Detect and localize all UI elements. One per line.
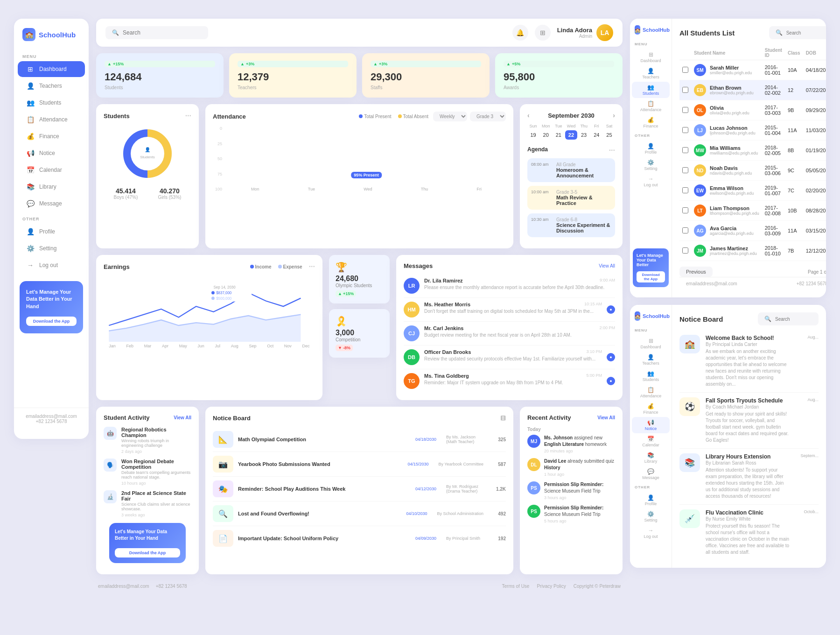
row-avatar-6: EW (694, 184, 706, 197)
cal-day-21[interactable]: 21 (553, 130, 564, 140)
user-name: Linda Adora (557, 27, 592, 34)
table-row: MW Mia Williams mwilliams@edu.prigh.edu … (679, 141, 826, 161)
right-sidebar-item-profile[interactable]: 👤Profile (630, 141, 672, 157)
notice-filter-button[interactable]: ⊟ (500, 414, 506, 422)
sidebar-item-teachers[interactable]: 👤 Teachers (18, 78, 85, 94)
messages-view-all[interactable]: View All (599, 263, 615, 268)
notice-right-item-0: 🏫 Welcome Back to School! By Principal L… (679, 330, 819, 393)
students-list-outer: 🏫 SchoolHub MENU ⊞Dashboard 👤Teachers 👥S… (630, 19, 826, 297)
right-sidebar-item-teachers[interactable]: 👤Teachers (630, 65, 672, 82)
sidebar-item-calendar[interactable]: 📅 Calendar (18, 162, 85, 178)
row-checkbox-1[interactable] (679, 80, 691, 100)
privacy-link[interactable]: Privacy Policy (537, 584, 566, 589)
students-more-button[interactable]: ··· (185, 112, 191, 120)
notice-sidebar-setting[interactable]: ⚙️Setting (630, 508, 672, 525)
sidebar-item-students[interactable]: 👥 Students (18, 95, 85, 111)
search-box[interactable]: 🔍 (105, 26, 208, 39)
row-name-2: OL Olivia olivia@edu.prigh.edu (691, 100, 762, 120)
earnings-chart: Sep 14, 2030 $837,000 $500,000 (104, 276, 315, 342)
row-name-3: LJ Lucas Johnson ljohnson@edu.prigh.edu (691, 120, 762, 141)
cal-day-22[interactable]: 22 (565, 130, 577, 140)
row-checkbox-8[interactable] (679, 221, 691, 241)
sidebar-item-attendance[interactable]: 📋 Attendance (18, 112, 85, 127)
bottom-promo-button[interactable]: Download the App (115, 548, 180, 557)
row-dob-3: 11/03/2008 (803, 120, 826, 141)
grade-select[interactable]: Grade 3 (470, 112, 506, 121)
cal-day-25[interactable]: 25 (603, 130, 615, 140)
cal-day-23[interactable]: 23 (578, 130, 590, 140)
notice-sidebar-calendar[interactable]: 📅Calendar (630, 433, 672, 450)
right-sidebar-item-logout[interactable]: →Log out (630, 173, 672, 190)
row-class-2: 9B (785, 100, 803, 120)
row-avatar-7: LT (694, 205, 706, 217)
notice-search-input[interactable] (775, 317, 812, 322)
sidebar-item-dashboard[interactable]: ⊞ Dashboard (18, 61, 85, 77)
cal-day-19[interactable]: 19 (527, 130, 539, 140)
right-sidebar-item-dashboard[interactable]: ⊞Dashboard (630, 49, 672, 65)
notice-sidebar-teachers[interactable]: 👤Teachers (630, 352, 672, 368)
recent-view-all[interactable]: View All (597, 415, 615, 420)
students-search-input[interactable] (786, 30, 826, 35)
row-checkbox-4[interactable] (679, 141, 691, 161)
notice-sidebar-notice-active[interactable]: 📢Notice (632, 417, 670, 433)
cal-next-button[interactable]: › (613, 112, 615, 119)
notice-sidebar-logout[interactable]: →Log out (630, 525, 672, 541)
notice-sidebar-dashboard[interactable]: ⊞Dashboard (630, 335, 672, 352)
cal-day-24[interactable]: 24 (591, 130, 602, 140)
notice-sidebar-message[interactable]: 💬Message (630, 466, 672, 482)
row-checkbox-0[interactable] (679, 60, 691, 80)
notice-logo-icon: 🏫 (635, 311, 640, 321)
row-checkbox-7[interactable] (679, 201, 691, 221)
recent-avatar-0: MJ (527, 435, 540, 448)
right-sidebar-item-finance[interactable]: 💰Finance (630, 114, 672, 131)
cal-prev-button[interactable]: ‹ (527, 112, 530, 119)
students-list-header: All Students List 🔍 (679, 26, 826, 39)
right-sidebar-item-attendance[interactable]: 📋Attendance (630, 98, 672, 114)
calendar-grid: Sun Mon Tue Wed Thu Fri Sat 19 20 21 22 … (527, 123, 615, 140)
sidebar-item-setting[interactable]: ⚙️ Setting (18, 240, 85, 256)
sidebar-item-profile[interactable]: 👤 Profile (18, 224, 85, 240)
notice-content-2: Reminder: School Play Auditions This Wee… (238, 486, 411, 492)
right-promo-button[interactable]: Download the App (637, 271, 665, 282)
sidebar-item-logout[interactable]: → Log out (18, 257, 85, 273)
row-checkbox-5[interactable] (679, 161, 691, 181)
agenda-more-button[interactable]: ··· (609, 146, 615, 155)
earnings-more-button[interactable]: ··· (309, 262, 315, 271)
message-item-2: CJ Mr. Carl Jenkins 2:00 PM Budget revie… (404, 322, 615, 346)
grid-button[interactable]: ⊞ (535, 25, 551, 41)
stat-label-teachers: Teachers (238, 85, 348, 90)
notice-sidebar-library[interactable]: 📚Library (630, 450, 672, 466)
sidebar-item-message[interactable]: 💬 Message (18, 196, 85, 212)
prev-button[interactable]: Previous (679, 267, 713, 277)
activity-view-all[interactable]: View All (174, 415, 191, 420)
notice-sidebar-profile[interactable]: 👤Profile (630, 492, 672, 508)
notice-search-box[interactable]: 🔍 (758, 312, 819, 325)
right-sidebar-item-students[interactable]: 👥Students (632, 82, 670, 98)
recent-item-2: PS Permission Slip Reminder: Science Mus… (527, 481, 615, 500)
row-checkbox-2[interactable] (679, 100, 691, 120)
row-checkbox-6[interactable] (679, 181, 691, 201)
notice-icon: 📢 (26, 149, 35, 157)
row-checkbox-3[interactable] (679, 120, 691, 141)
right-other-label: OTHER (630, 131, 672, 141)
weekly-select[interactable]: Weekly (433, 112, 467, 121)
sidebar-item-label: Students (39, 99, 61, 106)
sidebar-item-finance[interactable]: 💰 Finance (18, 128, 85, 144)
notice-sidebar-attendance[interactable]: 📋Attendance (630, 384, 672, 401)
search-input[interactable] (123, 29, 202, 36)
notice-sidebar-finance[interactable]: 💰Finance (630, 401, 672, 417)
row-checkbox-9[interactable] (679, 241, 691, 261)
promo-download-button[interactable]: Download the App (26, 317, 77, 326)
sidebar-item-library[interactable]: 📚 Library (18, 179, 85, 195)
cal-day-20[interactable]: 20 (540, 130, 552, 140)
sidebar-item-notice[interactable]: 📢 Notice (18, 145, 85, 161)
right-sidebar-item-setting[interactable]: ⚙️Setting (630, 157, 672, 173)
students-search-box[interactable]: 🔍 (769, 26, 826, 39)
sidebar-item-label: Message (39, 200, 62, 207)
sidebar-item-label: Log out (39, 262, 58, 268)
activity-item-1: 🗣️ Won Regional Debate Competition Debat… (104, 459, 191, 486)
notice-sidebar-students[interactable]: 👥Students (630, 368, 672, 384)
notifications-button[interactable]: 🔔 (512, 25, 528, 41)
terms-link[interactable]: Terms of Use (502, 584, 530, 589)
row-class-1: 12 (785, 80, 803, 100)
